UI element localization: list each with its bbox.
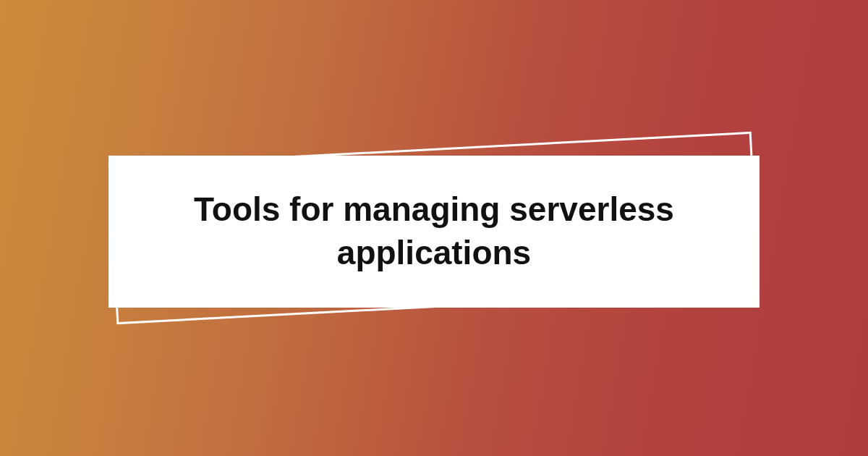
title-box: Tools for managing serverless applicatio… — [109, 156, 760, 308]
page-title: Tools for managing serverless applicatio… — [152, 188, 716, 275]
title-container: Tools for managing serverless applicatio… — [109, 145, 760, 311]
